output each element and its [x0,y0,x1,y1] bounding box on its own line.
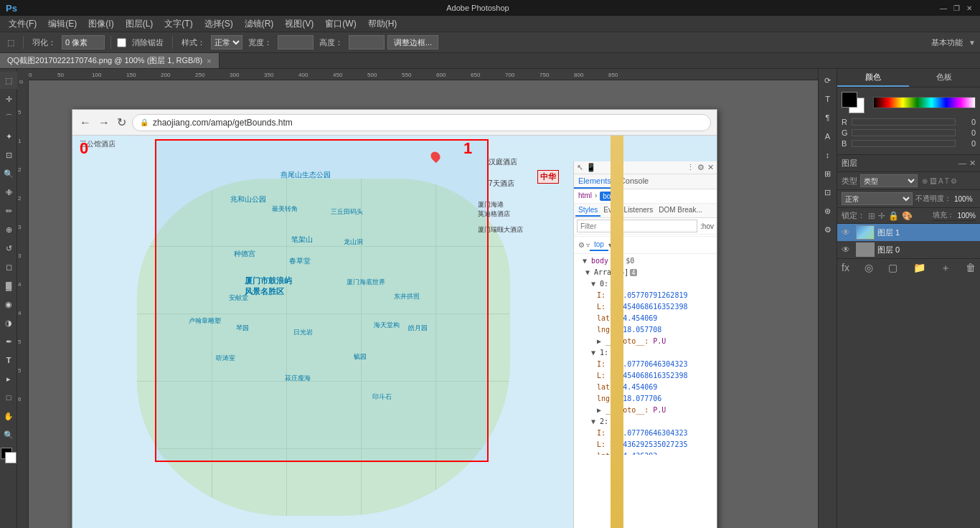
healing-brush-tool[interactable]: ✙ [0,184,17,201]
background-color[interactable] [5,452,17,463]
text-tool[interactable]: T [0,352,17,369]
pen-tool[interactable]: ✒ [0,333,17,350]
browser-back-button[interactable]: ← [78,116,93,129]
fg-bg-color[interactable] [0,448,17,463]
devtools-filter-input[interactable] [577,220,697,232]
right-tool-3[interactable]: ¶ [819,109,837,126]
lock-art-icon[interactable]: 🎨 [902,211,913,221]
right-tool-8[interactable]: ⊛ [819,202,837,220]
lock-position-icon[interactable]: ✛ [878,211,885,221]
document-tab-active[interactable]: QQ截图20170222170746.png @ 100% (图层 1, RGB… [0,53,220,68]
clone-stamp-tool[interactable]: ⊕ [0,221,17,238]
eraser-tool[interactable]: ◻ [0,258,17,275]
menu-item-文件(F)[interactable]: 文件(F) [3,18,42,30]
move-tool[interactable]: ✛ [0,90,17,108]
style-select[interactable]: 正常 [211,35,242,50]
path-selection-tool[interactable]: ▸ [0,370,17,387]
expand-item-0[interactable] [591,280,600,288]
menu-item-编辑(E)[interactable]: 编辑(E) [42,18,83,30]
subtab-dombreak[interactable]: DOM Break... [656,204,705,217]
dodge-tool[interactable]: ◑ [0,314,17,331]
swatches-tab[interactable]: 色板 [909,69,981,87]
crop-tool[interactable]: ⊡ [0,146,17,164]
layer-mask-button[interactable]: ◎ [864,262,873,275]
adjust-border-button[interactable]: 调整边框... [387,35,438,50]
menu-item-窗口(W)[interactable]: 窗口(W) [319,18,362,30]
layer-item-0[interactable]: 👁 图层 0 [837,241,980,258]
color-tab[interactable]: 颜色 [837,69,909,87]
feather-input[interactable] [62,35,105,50]
restore-button[interactable]: ❐ [951,3,961,13]
browser-address-bar[interactable]: 🔒 zhaojiang.com/amap/getBounds.htm [132,114,711,131]
right-tool-6[interactable]: ⊞ [819,165,837,182]
right-tool-7[interactable]: ⊡ [819,184,837,201]
expand-body[interactable] [583,257,591,265]
browser-reload-button[interactable]: ↻ [116,116,128,129]
devtools-icon-close[interactable]: ✕ [707,163,714,172]
devtools-icon-mobile[interactable]: 📱 [586,163,596,172]
close-button[interactable]: ✕ [964,3,974,13]
layer-adjust-button[interactable]: ▢ [888,262,897,275]
eyedropper-tool[interactable]: 🔍 [0,165,17,182]
devtools-icon-settings[interactable]: ⚙ [697,163,705,172]
menu-item-帮助(H)[interactable]: 帮助(H) [362,18,403,30]
subtab-eventlisteners[interactable]: Event Listeners [600,204,656,217]
lock-pixels-icon[interactable]: ⊞ [868,211,875,221]
layer-delete-button[interactable]: 🗑 [966,262,976,275]
expand-array[interactable] [585,268,594,276]
marquee-tool[interactable]: ⬚ [0,72,17,89]
devtools-tab-elements[interactable]: Elements [574,174,616,189]
menu-item-文字(T)[interactable]: 文字(T) [159,18,198,30]
expand-item-2[interactable] [591,418,600,425]
console-tab-top[interactable]: top [590,239,608,251]
layers-close-icon[interactable]: ✕ [969,159,976,168]
workspace-dropdown-icon[interactable]: ▼ [969,39,976,47]
toolbar-separator-3 [172,36,173,49]
layer-eye-1[interactable]: 👁 [842,227,853,237]
width-input[interactable] [278,35,314,50]
expand-item-1[interactable] [591,349,600,357]
right-tool-5[interactable]: ↕ [819,146,837,164]
map-chunrao: 春草堂 [289,256,311,266]
menu-item-图层(L)[interactable]: 图层(L) [120,18,159,30]
fg-bg-swatches[interactable] [842,92,867,115]
right-tool-4[interactable]: A [819,128,837,145]
menu-item-选择(S)[interactable]: 选择(S) [199,18,239,30]
gradient-tool[interactable]: ▓ [0,277,17,294]
menu-item-图像(I)[interactable]: 图像(I) [83,18,119,30]
console-item-0: 0: c [577,278,714,290]
layer-new-button[interactable]: ＋ [941,262,951,275]
height-input[interactable] [349,35,385,50]
anti-alias-checkbox[interactable] [117,38,126,47]
layer-fx-button[interactable]: fx [842,262,849,275]
layer-eye-0[interactable]: 👁 [842,245,853,255]
hand-tool[interactable]: ✋ [0,407,17,425]
browser-forward-button[interactable]: → [97,116,111,129]
devtools-icon-dots[interactable]: ⋮ [687,163,694,172]
lock-all-icon[interactable]: 🔒 [888,211,899,221]
menu-item-视图(V)[interactable]: 视图(V) [279,18,319,30]
layers-minimize-icon[interactable]: — [958,159,966,168]
map-grid [137,179,510,516]
subtab-styles[interactable]: Styles [575,204,600,217]
layer-item-1[interactable]: 👁 图层 1 [837,224,980,241]
right-tool-2[interactable]: T [819,90,837,108]
right-tool-1[interactable]: ⟳ [819,72,837,89]
brush-tool[interactable]: ✏ [0,202,17,220]
right-tool-9[interactable]: ⚙ [819,221,837,238]
magic-wand-tool[interactable]: ✦ [0,128,17,145]
shape-tool[interactable]: □ [0,389,17,406]
zoom-tool[interactable]: 🔍 [0,426,17,443]
blur-tool[interactable]: ◉ [0,296,17,313]
foreground-swatch[interactable] [842,92,857,108]
layer-group-button[interactable]: 📁 [913,262,925,275]
layer-mode-select[interactable]: 正常 [842,192,913,205]
menu-item-滤镜(R)[interactable]: 滤镜(R) [239,18,280,30]
lasso-tool[interactable]: ⌒ [0,109,17,126]
right-panel-tabs: 颜色 色板 [837,69,980,88]
document-tab-close[interactable]: × [207,57,211,65]
minimize-button[interactable]: — [938,3,948,13]
history-brush-tool[interactable]: ↺ [0,240,17,257]
devtools-icon-pointer[interactable]: ↖ [577,163,583,172]
layer-type-select[interactable]: 类型 [860,174,918,187]
